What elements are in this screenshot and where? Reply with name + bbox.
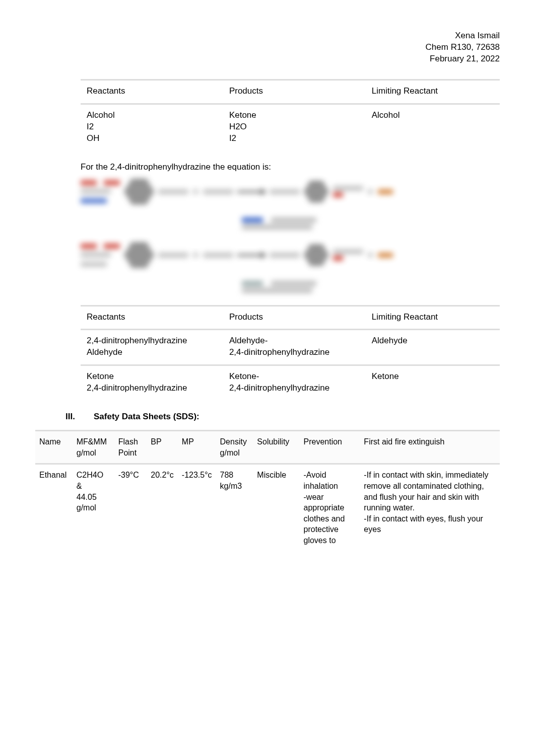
reactants-table-1: Reactants Products Limiting Reactant Alc…	[81, 79, 500, 150]
table-header-row: Reactants Products Limiting Reactant	[81, 306, 500, 330]
cell-prevention: -Avoid inhalation -wear appropriate clot…	[300, 464, 360, 551]
sds-table: Name MF&MM g/mol Flash Point BP MP Densi…	[35, 430, 500, 551]
cell-firstaid: -If in contact with skin, immediately re…	[360, 464, 500, 551]
col-products: Products	[223, 306, 366, 330]
cell-limiting: Ketone	[366, 365, 500, 400]
author-name: Xena Ismail	[35, 30, 500, 42]
col-limiting: Limiting Reactant	[366, 80, 500, 104]
cell-products: Aldehyde- 2,4-dinitrophenylhydrazine	[223, 330, 366, 365]
cell-reactants: Alcohol I2 OH	[81, 104, 223, 150]
col-limiting: Limiting Reactant	[366, 306, 500, 330]
table-header-row: Reactants Products Limiting Reactant	[81, 80, 500, 104]
cell-density: 788 kg/m3	[216, 464, 253, 551]
cell-limiting: Aldehyde	[366, 330, 500, 365]
reaction-diagram: + + + +	[81, 179, 500, 293]
col-products: Products	[223, 80, 366, 104]
table-header-row: Name MF&MM g/mol Flash Point BP MP Densi…	[35, 431, 500, 464]
date-line: February 21, 2022	[35, 53, 500, 65]
table-row: Ketone 2,4-dinitrophenylhydrazine Ketone…	[81, 365, 500, 400]
document-header: Xena Ismail Chem R130, 72638 February 21…	[35, 30, 500, 65]
section-heading: III. Safety Data Sheets (SDS):	[65, 411, 500, 423]
cell-mp: -123.5°c	[178, 464, 216, 551]
cell-reactants: 2,4-dinitrophenylhydrazine Aldehyde	[81, 330, 223, 365]
col-prevention: Prevention	[300, 431, 360, 464]
col-reactants: Reactants	[81, 306, 223, 330]
col-reactants: Reactants	[81, 80, 223, 104]
col-firstaid: First aid fire extinguish	[360, 431, 500, 464]
cell-products: Ketone H2O I2	[223, 104, 366, 150]
col-flash: Flash Point	[114, 431, 147, 464]
cell-bp: 20.2°c	[147, 464, 178, 551]
section-title: Safety Data Sheets (SDS):	[94, 411, 199, 423]
equation-caption: For the 2,4-dinitrophenylhydrazine the e…	[81, 162, 500, 173]
col-density: Density g/mol	[216, 431, 253, 464]
reaction-row-aldehyde: + +	[81, 179, 500, 204]
col-name: Name	[35, 431, 73, 464]
reactants-table-2: Reactants Products Limiting Reactant 2,4…	[81, 305, 500, 401]
cell-flash: -39°C	[114, 464, 147, 551]
table-row: Alcohol I2 OH Ketone H2O I2 Alcohol	[81, 104, 500, 150]
cell-name: Ethanal	[35, 464, 73, 551]
course-line: Chem R130, 72638	[35, 42, 500, 53]
col-bp: BP	[147, 431, 178, 464]
table-row: Ethanal C2H4O & 44.05 g/mol -39°C 20.2°c…	[35, 464, 500, 551]
col-solubility: Solubility	[253, 431, 299, 464]
cell-products: Ketone- 2,4-dinitrophenylhydrazine	[223, 365, 366, 400]
col-mp: MP	[178, 431, 216, 464]
reaction-row-ketone: + +	[81, 243, 500, 268]
cell-reactants: Ketone 2,4-dinitrophenylhydrazine	[81, 365, 223, 400]
section-number: III.	[65, 411, 80, 423]
col-mf: MF&MM g/mol	[73, 431, 114, 464]
table-row: 2,4-dinitrophenylhydrazine Aldehyde Alde…	[81, 330, 500, 365]
cell-mf: C2H4O & 44.05 g/mol	[73, 464, 114, 551]
cell-limiting: Alcohol	[366, 104, 500, 150]
cell-solubility: Miscible	[253, 464, 299, 551]
